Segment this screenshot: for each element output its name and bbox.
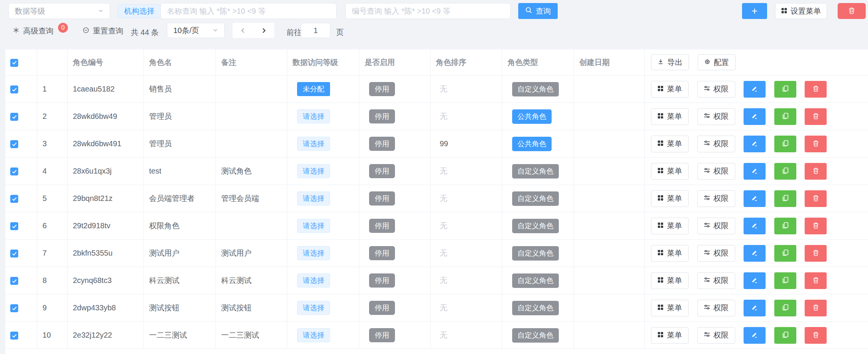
access-level-button[interactable]: 请选择 — [297, 246, 330, 260]
row-delete-button[interactable] — [805, 327, 827, 344]
enabled-status-button[interactable]: 停用 — [369, 301, 395, 315]
row-permission-button[interactable]: 权限 — [697, 272, 735, 289]
row-checkbox[interactable] — [10, 113, 18, 121]
row-edit-button[interactable] — [744, 245, 766, 262]
enabled-status-button[interactable]: 停用 — [369, 219, 395, 233]
enabled-status-button[interactable]: 停用 — [369, 328, 395, 342]
access-level-button[interactable]: 请选择 — [297, 301, 330, 315]
row-edit-button[interactable] — [744, 327, 766, 344]
row-menu-button[interactable]: 菜单 — [651, 218, 689, 234]
row-checkbox[interactable] — [10, 332, 18, 340]
row-checkbox[interactable] — [10, 250, 18, 258]
row-checkbox[interactable] — [10, 195, 18, 203]
row-copy-button[interactable] — [774, 272, 796, 289]
row-delete-button[interactable] — [805, 245, 827, 262]
row-permission-button[interactable]: 权限 — [697, 327, 735, 344]
enabled-status-button[interactable]: 停用 — [369, 191, 395, 205]
name-search-input[interactable] — [160, 3, 337, 19]
row-checkbox[interactable] — [10, 168, 18, 175]
row-delete-button[interactable] — [805, 272, 827, 289]
row-checkbox[interactable] — [10, 222, 18, 230]
enabled-status-button[interactable]: 停用 — [369, 246, 395, 260]
setup-menu-button[interactable]: 设置菜单 — [775, 3, 827, 19]
row-checkbox[interactable] — [10, 304, 18, 312]
row-permission-button[interactable]: 权限 — [697, 163, 735, 180]
row-edit-button[interactable] — [744, 163, 766, 180]
row-edit-button[interactable] — [744, 190, 766, 207]
row-copy-button[interactable] — [774, 218, 796, 234]
row-menu-button[interactable]: 菜单 — [651, 272, 689, 289]
row-permission-button[interactable]: 权限 — [697, 300, 735, 316]
row-menu-button[interactable]: 菜单 — [651, 136, 689, 152]
row-permission-button[interactable]: 权限 — [697, 245, 735, 262]
row-checkbox[interactable] — [10, 277, 18, 285]
next-page-button[interactable] — [258, 23, 270, 38]
enabled-status-button[interactable]: 停用 — [369, 82, 395, 96]
row-edit-button[interactable] — [744, 300, 766, 316]
advanced-query-button[interactable]: 高级查询 0 — [13, 26, 68, 36]
access-level-button[interactable]: 请选择 — [297, 164, 330, 178]
row-permission-button[interactable]: 权限 — [697, 136, 735, 152]
row-menu-button[interactable]: 菜单 — [651, 190, 689, 207]
row-delete-button[interactable] — [805, 108, 827, 125]
row-delete-button[interactable] — [805, 136, 827, 152]
row-permission-button[interactable]: 权限 — [697, 218, 735, 234]
config-button[interactable]: 配置 — [698, 54, 736, 70]
row-copy-button[interactable] — [774, 327, 796, 344]
enabled-status-button[interactable]: 停用 — [369, 109, 395, 123]
row-edit-button[interactable] — [744, 272, 766, 289]
row-edit-button[interactable] — [744, 108, 766, 125]
row-copy-button[interactable] — [774, 136, 796, 152]
row-delete-button[interactable] — [805, 218, 827, 234]
row-copy-button[interactable] — [774, 81, 796, 98]
row-permission-button[interactable]: 权限 — [697, 190, 735, 207]
goto-page-input[interactable] — [301, 23, 330, 38]
row-delete-button[interactable] — [805, 300, 827, 316]
row-menu-button[interactable]: 菜单 — [651, 245, 689, 262]
batch-delete-button[interactable] — [838, 3, 866, 19]
org-select-button[interactable]: 机构选择 — [118, 5, 161, 18]
page-size-select[interactable]: 10条/页 — [167, 23, 225, 38]
row-permission-button[interactable]: 权限 — [697, 108, 735, 125]
row-copy-button[interactable] — [774, 245, 796, 262]
access-level-button[interactable]: 未分配 — [297, 82, 330, 96]
row-copy-button[interactable] — [774, 300, 796, 316]
row-edit-button[interactable] — [744, 136, 766, 152]
row-delete-button[interactable] — [805, 81, 827, 98]
access-level-button[interactable]: 请选择 — [297, 219, 330, 233]
enabled-status-button[interactable]: 停用 — [369, 164, 395, 178]
row-delete-button[interactable] — [805, 163, 827, 180]
enabled-status-button[interactable]: 停用 — [369, 137, 395, 151]
row-copy-button[interactable] — [774, 190, 796, 207]
access-level-button[interactable]: 请选择 — [297, 191, 330, 205]
row-edit-button[interactable] — [744, 218, 766, 234]
export-button[interactable]: 导出 — [651, 54, 689, 70]
code-search-input[interactable] — [345, 3, 511, 19]
row-checkbox[interactable] — [10, 85, 18, 93]
row-menu-label: 菜单 — [667, 221, 682, 231]
row-checkbox[interactable] — [10, 140, 18, 148]
row-copy-button[interactable] — [774, 108, 796, 125]
role-sort-value: 无 — [440, 221, 447, 230]
data-level-select[interactable]: 数据等级 — [8, 3, 110, 19]
row-menu-button[interactable]: 菜单 — [651, 300, 689, 316]
access-level-button[interactable]: 请选择 — [297, 109, 330, 123]
row-menu-button[interactable]: 菜单 — [651, 327, 689, 344]
enabled-column-header: 是否启用 — [359, 49, 431, 76]
row-menu-button[interactable]: 菜单 — [651, 163, 689, 180]
row-menu-button[interactable]: 菜单 — [651, 81, 689, 98]
prev-page-button[interactable] — [237, 23, 249, 38]
select-all-checkbox[interactable] — [10, 59, 18, 67]
enabled-status-button[interactable]: 停用 — [369, 273, 395, 288]
row-permission-button[interactable]: 权限 — [697, 81, 735, 98]
row-delete-button[interactable] — [805, 190, 827, 207]
access-level-button[interactable]: 请选择 — [297, 273, 330, 288]
row-menu-button[interactable]: 菜单 — [651, 108, 689, 125]
row-edit-button[interactable] — [744, 81, 766, 98]
reset-query-button[interactable]: 重置查询 — [82, 26, 123, 36]
row-copy-button[interactable] — [774, 163, 796, 180]
add-button[interactable]: + — [742, 3, 767, 19]
search-button[interactable]: 查询 — [518, 3, 558, 19]
access-level-button[interactable]: 请选择 — [297, 328, 330, 342]
access-level-button[interactable]: 请选择 — [297, 137, 330, 151]
